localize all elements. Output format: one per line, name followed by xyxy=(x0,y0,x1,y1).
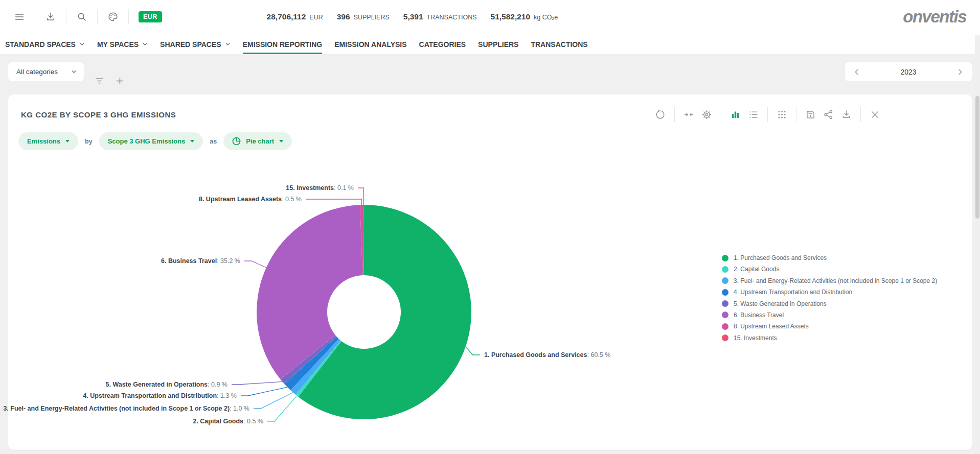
legend-label: 2. Capital Goods xyxy=(734,266,779,273)
chart-legend: 1. Purchased Goods and Services2. Capita… xyxy=(722,254,937,346)
tab-categories[interactable]: CATEGORIES xyxy=(419,34,466,54)
tab-standard-spaces[interactable]: STANDARD SPACES xyxy=(5,34,85,54)
report-card: KG CO2E BY SCOPE 3 GHG EMISSIONS xyxy=(8,94,972,450)
legend-dot xyxy=(722,289,728,296)
pie-chart-icon xyxy=(232,137,241,146)
chevron-down-icon xyxy=(79,41,85,47)
legend-label: 4. Upstream Transportation and Distribut… xyxy=(734,289,852,296)
chart-area: 1. Purchased Goods and Services: 60.5 %2… xyxy=(8,158,972,438)
legend-item[interactable]: 6. Business Travel xyxy=(722,312,937,319)
search-icon[interactable] xyxy=(76,11,87,22)
tab-shared-spaces[interactable]: SHARED SPACES xyxy=(160,34,231,54)
tab-label: EMISSION REPORTING xyxy=(243,40,323,49)
chart-type-pill[interactable]: Pie chart xyxy=(223,132,292,150)
stat-unit: EUR xyxy=(309,14,323,21)
toolbar-divider xyxy=(674,107,675,122)
next-year-icon[interactable] xyxy=(956,68,964,76)
stat-unit: TRANSACTIONS xyxy=(427,14,477,21)
filter-icon[interactable] xyxy=(95,76,104,86)
slice-label: 5. Waste Generated in Operations: 0.9 % xyxy=(105,381,227,388)
tab-label: SUPPLIERS xyxy=(478,40,518,49)
scrollbar-thumb[interactable] xyxy=(975,96,979,219)
legend-item[interactable]: 4. Upstream Transportation and Distribut… xyxy=(722,289,937,296)
year-selector: 2023 xyxy=(845,62,972,81)
chevron-down-icon xyxy=(225,41,231,47)
tab-label: STANDARD SPACES xyxy=(5,40,76,49)
main-nav: STANDARD SPACES MY SPACES SHARED SPACES … xyxy=(0,34,980,54)
collapse-arrows-icon[interactable] xyxy=(683,109,694,120)
category-select-value: All categories xyxy=(16,68,58,76)
legend-item[interactable]: 2. Capital Goods xyxy=(722,266,937,273)
chevron-down-icon xyxy=(65,140,70,142)
stat-unit: kg CO₂e xyxy=(534,14,558,21)
scrollbar[interactable] xyxy=(975,35,980,454)
tab-emission-reporting[interactable]: EMISSION REPORTING xyxy=(243,34,323,54)
slice-label: 1. Purchased Goods and Services: 60.5 % xyxy=(484,351,610,359)
currency-badge[interactable]: EUR xyxy=(139,11,162,22)
toolbar-divider xyxy=(721,107,721,122)
year-label: 2023 xyxy=(900,68,916,76)
legend-dot xyxy=(722,300,728,307)
palette-icon[interactable] xyxy=(107,11,119,22)
legend-dot xyxy=(722,266,728,273)
stat-unit: SUPPLIERS xyxy=(354,14,390,21)
add-filter-icon[interactable] xyxy=(115,76,125,86)
query-connector: by xyxy=(85,138,93,145)
legend-label: 3. Fuel- and Energy-Related Activities (… xyxy=(734,277,937,284)
slice-label: 6. Business Travel: 35.2 % xyxy=(161,257,240,265)
tab-transactions[interactable]: TRANSACTIONS xyxy=(531,34,587,54)
stat-suppliers: 396 SUPPLIERS xyxy=(337,12,390,21)
legend-item[interactable]: 8. Upstream Leased Assets xyxy=(722,323,937,330)
legend-item[interactable]: 3. Fuel- and Energy-Related Activities (… xyxy=(722,277,937,284)
save-icon[interactable] xyxy=(805,109,816,120)
toolbar-divider xyxy=(796,107,796,122)
query-connector: as xyxy=(210,138,217,145)
toolbar-divider xyxy=(767,107,768,122)
chart-type-label: Pie chart xyxy=(246,137,274,145)
dimension-label: Scope 3 GHG Emissions xyxy=(108,137,186,145)
card-header: KG CO2E BY SCOPE 3 GHG EMISSIONS xyxy=(8,94,972,122)
chevron-down-icon xyxy=(142,41,148,47)
legend-item[interactable]: 15. Investments xyxy=(722,334,937,342)
onventis-logo: onventis xyxy=(903,7,967,27)
label-leader-line xyxy=(358,188,363,205)
label-leader-line xyxy=(254,393,293,409)
tab-suppliers[interactable]: SUPPLIERS xyxy=(478,34,518,54)
legend-item[interactable]: 5. Waste Generated in Operations xyxy=(722,300,937,307)
card-title: KG CO2E BY SCOPE 3 GHG EMISSIONS xyxy=(21,110,176,119)
hamburger-menu-icon[interactable] xyxy=(14,11,25,22)
settings-gear-icon[interactable] xyxy=(701,109,712,120)
stat-value: 5,391 xyxy=(403,12,423,21)
stat-spend: 28,706,112 EUR xyxy=(267,12,323,21)
download-chart-icon[interactable] xyxy=(841,109,852,120)
bar-chart-view-icon[interactable] xyxy=(730,109,741,120)
dimension-pill[interactable]: Scope 3 GHG Emissions xyxy=(99,132,203,150)
legend-dot xyxy=(722,334,728,341)
refresh-icon[interactable] xyxy=(655,109,666,120)
legend-label: 15. Investments xyxy=(734,334,777,342)
previous-year-icon[interactable] xyxy=(853,68,860,76)
tab-my-spaces[interactable]: MY SPACES xyxy=(97,34,148,54)
slice-label: 8. Upstream Leased Assets: 0.5 % xyxy=(199,196,302,203)
legend-dot xyxy=(722,323,728,330)
slice-label: 2. Capital Goods: 0.5 % xyxy=(193,418,263,425)
topbar: EUR 28,706,112 EUR 396 SUPPLIERS 5,391 T… xyxy=(0,0,980,34)
list-view-icon[interactable] xyxy=(748,109,759,120)
legend-label: 8. Upstream Leased Assets xyxy=(734,323,809,330)
tab-label: TRANSACTIONS xyxy=(531,40,587,49)
download-icon[interactable] xyxy=(45,11,56,22)
close-icon[interactable] xyxy=(870,109,880,120)
legend-item[interactable]: 1. Purchased Goods and Services xyxy=(722,254,937,261)
tab-label: CATEGORIES xyxy=(419,40,466,49)
legend-label: 6. Business Travel xyxy=(734,312,784,319)
grid-dots-icon[interactable] xyxy=(777,109,787,120)
measure-label: Emissions xyxy=(27,137,60,145)
category-select[interactable]: All categories xyxy=(8,62,84,81)
kpi-stats: 28,706,112 EUR 396 SUPPLIERS 5,391 TRANS… xyxy=(267,12,558,21)
topbar-divider xyxy=(128,9,129,25)
tab-emission-analysis[interactable]: EMISSION ANALYSIS xyxy=(334,34,406,54)
stat-transactions: 5,391 TRANSACTIONS xyxy=(403,12,477,21)
stat-co2e: 51,582,210 kg CO₂e xyxy=(491,12,558,21)
share-icon[interactable] xyxy=(823,109,834,120)
measure-pill[interactable]: Emissions xyxy=(18,132,78,150)
